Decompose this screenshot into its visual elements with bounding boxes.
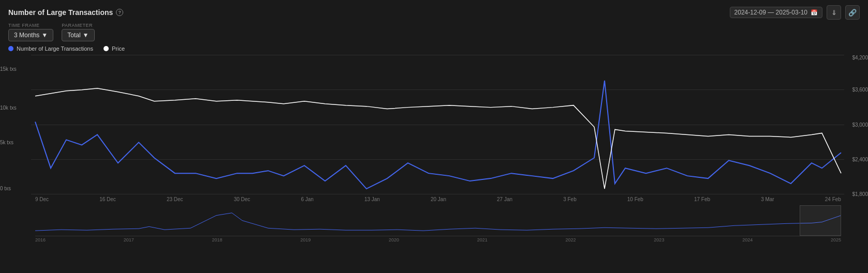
x-label-23dec: 23 Dec [167, 196, 183, 202]
y-label-3600: $3,600 [852, 87, 868, 93]
download-button[interactable]: ⇓ [827, 5, 841, 20]
x-axis: 9 Dec 16 Dec 23 Dec 30 Dec 6 Jan 13 Jan … [35, 194, 841, 204]
time-frame-group: TIME FRAME 3 Months ▼ [8, 23, 53, 41]
x-label-9dec: 9 Dec [35, 196, 49, 202]
x-label-20jan: 20 Jan [431, 196, 446, 202]
legend-label-price: Price [112, 46, 125, 52]
x-label-16dec: 16 Dec [99, 196, 116, 202]
legend-item-price: Price [104, 46, 125, 52]
date-range[interactable]: 2024-12-09 — 2025-03-10 📅 [730, 7, 822, 18]
mini-transactions-line [35, 213, 841, 231]
main-container: Number of Large Transactions ? 2024-12-0… [0, 0, 868, 273]
x-label-3feb: 3 Feb [563, 196, 577, 202]
mini-x-2020: 2020 [389, 237, 399, 242]
mini-x-2023: 2023 [654, 237, 664, 242]
time-frame-dropdown[interactable]: 3 Months ▼ [8, 29, 53, 41]
legend-dot-price [104, 46, 109, 51]
transactions-line [35, 81, 841, 189]
x-label-3mar: 3 Mar [761, 196, 774, 202]
legend-label-transactions: Number of Large Transactions [17, 46, 93, 52]
x-label-13jan: 13 Jan [364, 196, 380, 202]
y-label-2400: $2,400 [852, 156, 868, 162]
y-label-4200: $4,200 [852, 55, 868, 60]
mini-x-2018: 2018 [212, 237, 223, 242]
y-label-0: 0 txs [0, 186, 11, 191]
legend-item-transactions: Number of Large Transactions [8, 46, 93, 52]
mini-x-2022: 2022 [566, 237, 576, 242]
title-area: Number of Large Transactions ? [8, 8, 123, 17]
x-label-24feb: 24 Feb [825, 196, 841, 202]
main-chart: 15k txs 10k txs 5k txs 0 txs $4,200 $3,6… [35, 55, 841, 194]
x-label-10feb: 10 Feb [627, 196, 643, 202]
chevron-down-icon: ▼ [41, 32, 48, 39]
chart-title: Number of Large Transactions [8, 8, 113, 17]
chart-svg [35, 55, 841, 194]
controls: TIME FRAME 3 Months ▼ PARAMETER Total ▼ [0, 23, 868, 44]
y-label-10k: 10k txs [0, 105, 17, 111]
legend-dot-transactions [8, 46, 13, 51]
chevron-down-icon: ▼ [83, 32, 89, 39]
header-right: 2024-12-09 — 2025-03-10 📅 ⇓ 🔗 [730, 5, 860, 20]
mini-x-2024: 2024 [742, 237, 753, 242]
x-label-6jan: 6 Jan [301, 196, 313, 202]
share-button[interactable]: 🔗 [845, 5, 860, 20]
parameter-group: PARAMETER Total ▼ [62, 23, 94, 41]
mini-chart [35, 205, 841, 236]
price-line [35, 88, 841, 189]
x-label-30dec: 30 Dec [234, 196, 251, 202]
date-range-text: 2024-12-09 — 2025-03-10 [734, 9, 807, 16]
calendar-icon: 📅 [811, 9, 818, 16]
mini-x-2021: 2021 [477, 237, 488, 242]
y-label-3000: $3,000 [852, 122, 868, 127]
x-label-27jan: 27 Jan [497, 196, 512, 202]
y-label-5k: 5k txs [0, 140, 13, 145]
time-frame-label: TIME FRAME [8, 23, 53, 28]
mini-x-axis: 2016 2017 2018 2019 2020 2021 2022 2023 … [35, 236, 841, 244]
mini-x-2017: 2017 [124, 237, 134, 242]
y-label-15k: 15k txs [0, 66, 17, 71]
mini-x-2016: 2016 [35, 237, 46, 242]
x-label-17feb: 17 Feb [694, 196, 710, 202]
parameter-dropdown[interactable]: Total ▼ [62, 29, 94, 41]
info-icon[interactable]: ? [116, 9, 123, 16]
chart-area: 15k txs 10k txs 5k txs 0 txs $4,200 $3,6… [0, 55, 868, 273]
header: Number of Large Transactions ? 2024-12-0… [0, 0, 868, 23]
legend: Number of Large Transactions Price [0, 44, 868, 55]
y-label-1800: $1,800 [852, 191, 868, 197]
mini-chart-selection[interactable] [800, 205, 841, 236]
mini-chart-svg [35, 205, 841, 236]
parameter-label: PARAMETER [62, 23, 94, 28]
mini-x-2019: 2019 [300, 237, 311, 242]
